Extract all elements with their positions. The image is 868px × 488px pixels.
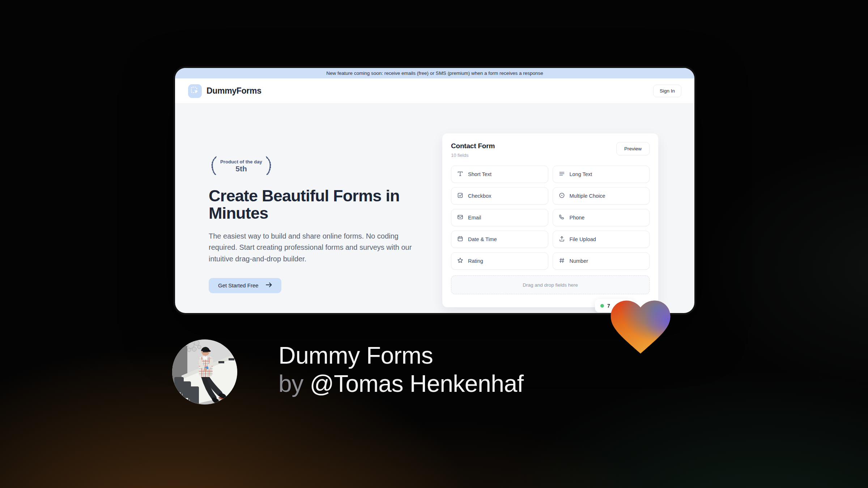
award-text: Product of the day 5th	[220, 159, 263, 173]
calendar-icon	[457, 236, 463, 243]
announcement-text: New feature coming soon: receive emails …	[326, 70, 543, 76]
laurel-right-icon	[264, 155, 274, 177]
field-type-long-text[interactable]: Long Text	[553, 166, 650, 183]
field-type-rating[interactable]: Rating	[451, 252, 548, 270]
award-title: Product of the day	[220, 159, 262, 164]
field-label: Phone	[570, 215, 585, 221]
phone-icon	[559, 214, 565, 221]
hero-heading: Create Beautiful Forms in Minutes	[209, 187, 406, 222]
upload-icon	[559, 236, 565, 243]
preview-button[interactable]: Preview	[616, 142, 650, 155]
lines-icon	[559, 171, 565, 178]
main-content: Product of the day 5th	[175, 104, 694, 313]
browser-window: New feature coming soon: receive emails …	[173, 66, 696, 315]
hero-section: Product of the day 5th	[209, 155, 426, 293]
checkbox-icon	[457, 192, 463, 200]
field-type-date-time[interactable]: Date & Time	[451, 231, 548, 248]
card-header: Contact Form 10 fields Preview	[451, 142, 650, 158]
field-type-grid: Short Text Long Text	[451, 166, 650, 270]
author-avatar	[172, 339, 237, 404]
field-label: File Upload	[570, 236, 596, 242]
sign-in-button[interactable]: Sign In	[653, 85, 681, 97]
field-type-phone[interactable]: Phone	[553, 209, 650, 226]
brand: DummyForms	[188, 84, 261, 98]
field-type-file-upload[interactable]: File Upload	[553, 231, 650, 248]
drag-drop-zone[interactable]: Drag and drop fields here	[451, 275, 650, 294]
envelope-icon	[457, 214, 463, 221]
caption-by: by	[278, 370, 303, 397]
caption-title: Dummy Forms	[278, 341, 524, 369]
cta-label: Get Started Free	[218, 282, 259, 288]
field-label: Email	[468, 215, 481, 221]
field-label: Multiple Choice	[570, 193, 605, 199]
brand-name: DummyForms	[207, 86, 261, 96]
caption-byline: by @Tomas Henkenhaf	[278, 369, 524, 398]
field-label: Long Text	[570, 171, 592, 177]
field-type-number[interactable]: Number	[553, 252, 650, 270]
app-header: DummyForms Sign In	[175, 78, 694, 104]
field-type-multiple-choice[interactable]: Multiple Choice	[553, 187, 650, 205]
arrow-right-icon	[266, 282, 272, 288]
award-rank: 5th	[220, 164, 262, 173]
card-titles: Contact Form 10 fields	[451, 142, 495, 158]
product-of-the-day-badge: Product of the day 5th	[209, 155, 426, 177]
caption-author: @Tomas Henkenhaf	[310, 370, 524, 397]
green-dot-icon	[600, 304, 604, 308]
hash-icon	[559, 257, 565, 265]
promo-canvas: New feature coming soon: receive emails …	[0, 0, 868, 488]
get-started-button[interactable]: Get Started Free	[209, 278, 281, 293]
field-label: Checkbox	[468, 193, 491, 199]
dropzone-label: Drag and drop fields here	[523, 282, 578, 288]
form-title: Contact Form	[451, 142, 495, 150]
form-builder-card: Contact Form 10 fields Preview	[442, 133, 658, 307]
gradient-heart-icon	[606, 292, 675, 358]
field-type-checkbox[interactable]: Checkbox	[451, 187, 548, 205]
radio-icon	[559, 192, 565, 200]
dummyforms-logo-icon	[188, 84, 202, 98]
app-screen: New feature coming soon: receive emails …	[175, 68, 694, 313]
laurel-left-icon	[209, 155, 218, 177]
caption: Dummy Forms by @Tomas Henkenhaf	[278, 341, 524, 398]
field-label: Short Text	[468, 171, 492, 177]
field-type-email[interactable]: Email	[451, 209, 548, 226]
text-icon	[457, 171, 463, 178]
field-count: 10 fields	[451, 153, 495, 158]
star-icon	[457, 257, 463, 265]
field-type-short-text[interactable]: Short Text	[451, 166, 548, 183]
field-label: Number	[570, 258, 588, 264]
announcement-banner: New feature coming soon: receive emails …	[175, 68, 694, 78]
hero-description: The easiest way to build and share onlin…	[209, 231, 418, 265]
field-label: Rating	[468, 258, 483, 264]
field-label: Date & Time	[468, 236, 497, 242]
